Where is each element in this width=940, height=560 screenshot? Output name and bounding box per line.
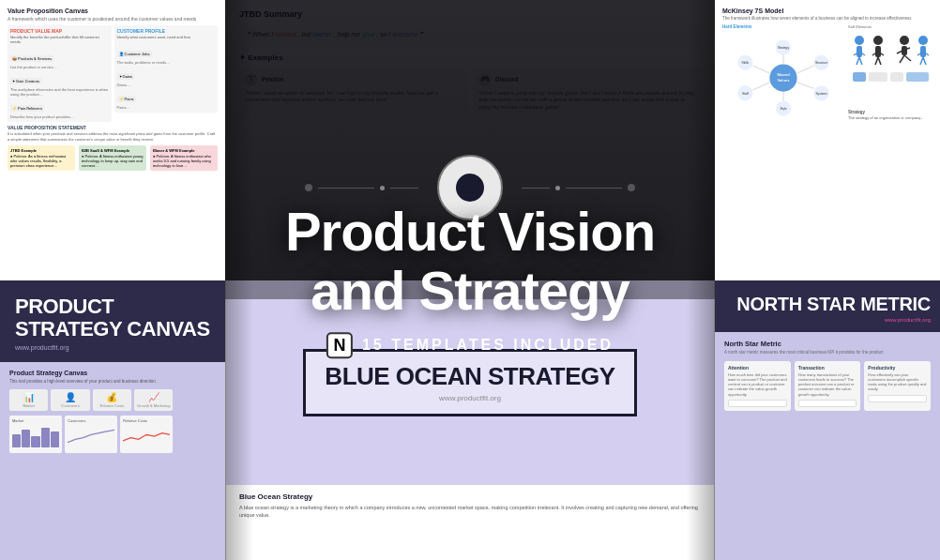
vpc-example2-title: B2B SaaS & WFM Example [82, 148, 144, 153]
vpc-box-product-value-map: PRODUCT VALUE MAP Identify the benefits … [8, 25, 112, 122]
svg-text:Strategy: Strategy [778, 46, 789, 50]
svg-point-39 [918, 36, 928, 45]
jtbd-discord-name: Discord [495, 76, 518, 83]
vpc-vps-examples-row: JTBD Example ● Peloton: As a fitness ent… [8, 145, 218, 171]
nsr-transaction-title: Transaction [798, 365, 857, 371]
bos-content-area: Blue Ocean Strategy A blue ocean strateg… [226, 485, 714, 560]
vpc-tag-jobs: 👤 Customer Jobs [117, 51, 152, 57]
nsr-metric-productivity: Productivity How effectively can your cu… [864, 361, 931, 411]
jtbd-outcome: outcome [392, 31, 417, 38]
nsr-attention-title: Attention [728, 365, 787, 371]
svg-point-21 [855, 36, 864, 45]
jtbd-formula-close: ❞ [419, 31, 423, 38]
panel-value-proposition: Value Proposition Canvas A framework whi… [0, 0, 225, 280]
panel-product-strategy: PRODUCT STRATEGY CANVAS www.productfit.o… [0, 280, 225, 561]
jtbd-when: When I [252, 31, 275, 38]
vpc-grid: PRODUCT VALUE MAP Identify the benefits … [8, 25, 218, 122]
mck-figures-svg [848, 31, 932, 106]
vpc-tag-pain: ⚡ Pain Relievers [10, 105, 44, 112]
inner-circle [456, 174, 484, 202]
mck-body: Hard Elements Shared Values Strategy Str… [722, 24, 932, 129]
svg-text:Values: Values [778, 78, 791, 83]
nsr-transaction-desc: How many transactions of your customers … [798, 372, 857, 397]
jtbd-title: JTBD Summary [239, 9, 701, 19]
vpc-example3-title: Blaser & WFM Example [153, 148, 215, 153]
jtbd-discord-avatar: 🎮 [478, 73, 492, 86]
nsr-desc: A north star metric measures the most cr… [724, 350, 931, 356]
nsr-transaction-input [798, 400, 857, 407]
vpc-product-value-map-subtitle: Identify the benefits the product/offer … [10, 35, 109, 44]
jtbd-so: , so I [376, 31, 392, 38]
psc-metric-market: 📊 Market [9, 389, 48, 411]
psc-line-chart [68, 425, 114, 447]
vpc-tag-pains: ⚡ Pains [117, 96, 136, 102]
svg-line-25 [857, 57, 859, 65]
vpc-gain-text: The workplace eficiencies and the best e… [10, 87, 109, 97]
jtbd-peloton-header: 🏋️ Peloton [245, 73, 462, 86]
vpc-tag-gains: ✦ Gains [117, 73, 135, 80]
psc-costs-label: Relative Costs [96, 403, 129, 408]
psc-costs-icon: 💰 [96, 392, 129, 402]
central-circle [437, 155, 503, 220]
arrow-line-left [318, 188, 374, 189]
nsr-content-title: North Star Metric [724, 340, 931, 348]
vpc-vps-examples: JTBD Example ● Peloton: As a fitness ent… [8, 145, 218, 171]
nsr-productivity-title: Productivity [868, 365, 927, 371]
nsr-metric-transaction: Transaction How many transactions of you… [795, 361, 861, 411]
svg-line-16 [797, 66, 814, 73]
vpc-example2-text: ● Peloton: A fitness enthusiast young te… [82, 154, 144, 168]
psc-customers-label: Customers [53, 403, 86, 408]
vpc-pains-text: Pains… [117, 105, 216, 110]
vpc-title: Value Proposition Canvas [8, 8, 218, 14]
svg-line-31 [875, 57, 878, 65]
vpc-box-customer-profile: CUSTOMER PROFILE Identify what customers… [114, 25, 219, 113]
psc-growth-icon: 📈 [137, 392, 170, 402]
vpc-jobs-text: The tasks, problems or needs… [117, 60, 216, 65]
nsr-url: www.productfit.org [724, 317, 931, 323]
arrow-right-group [522, 184, 635, 191]
arrow-line-right [566, 188, 622, 189]
svg-line-43 [920, 57, 923, 65]
vpc-example-3: Blaser & WFM Example ● Peloton: A fitnes… [150, 145, 218, 171]
vpc-example1-title: JTBD Example [10, 148, 72, 153]
mck-strategy-desc: The strategy of an organization or compa… [848, 115, 932, 121]
psc-chart1-label: Market [12, 418, 59, 423]
jtbd-examples-title: ✦ Examples [239, 53, 701, 62]
panel-blue-ocean: BLUE OCEAN STRATEGY www.productfit.org B… [225, 280, 715, 561]
mck-figures-area: Soft Elements [848, 24, 932, 129]
jtbd-peloton-avatar: 🏋️ [245, 73, 258, 86]
bos-url: www.productfit.org [325, 394, 614, 402]
psc-charts-row: Market Customers Relat [9, 416, 173, 453]
arrow-left-group [305, 184, 418, 191]
psc-metric-growth: 📈 Growth & Marketing [134, 389, 173, 411]
dot-left [305, 184, 312, 191]
psc-growth-label: Growth & Marketing [137, 403, 170, 408]
mck-subtitle: The framework illustrates how seven elem… [722, 16, 932, 21]
psc-content-area: Product Strategy Canvas This tool provid… [0, 362, 182, 560]
mck-title: McKinsey 7S Model [722, 8, 932, 14]
psc-chart3-label: Relative Costs [123, 418, 170, 423]
psc-metrics-grid: 📊 Market 👤 Customers 💰 Relative Costs 📈 … [9, 389, 173, 411]
psc-metric-costs: 💰 Relative Costs [93, 389, 131, 411]
bos-content-title: Blue Ocean Strategy [239, 492, 701, 501]
jtbd-formula-open: ❝ [247, 31, 250, 38]
jtbd-discord-header: 🎮 Discord [478, 73, 695, 86]
jtbd-examples-grid: 🏋️ Peloton "When I need an option to wor… [239, 68, 701, 117]
jtbd-formula: ❝ When I context , but barrier , help me… [239, 24, 701, 46]
vpc-customer-profile-title: CUSTOMER PROFILE [117, 28, 216, 34]
nsr-productivity-input [868, 395, 927, 402]
svg-line-20 [753, 66, 770, 73]
svg-text:Style: Style [780, 107, 786, 111]
psc-metric-customers: 👤 Customers [51, 389, 89, 411]
psc-header: PRODUCT STRATEGY CANVAS www.productfit.o… [0, 280, 225, 362]
bar-4 [41, 428, 50, 448]
bar-2 [22, 430, 30, 447]
mck-svg-diagram: Shared Values Strategy Structure Systems… [722, 31, 844, 125]
svg-line-44 [923, 57, 926, 65]
vpc-vps-title: VALUE PROPOSITION STATEMENT [8, 125, 218, 130]
svg-text:Skills: Skills [742, 61, 750, 65]
vpc-example3-text: ● Peloton: A fitness enthusiast who work… [153, 154, 215, 168]
svg-rect-46 [869, 72, 887, 82]
panel-north-star: NORTH STAR METRIC www.productfit.org Nor… [715, 280, 940, 561]
bos-content-text: A blue ocean strategy is a marketing the… [239, 504, 701, 520]
